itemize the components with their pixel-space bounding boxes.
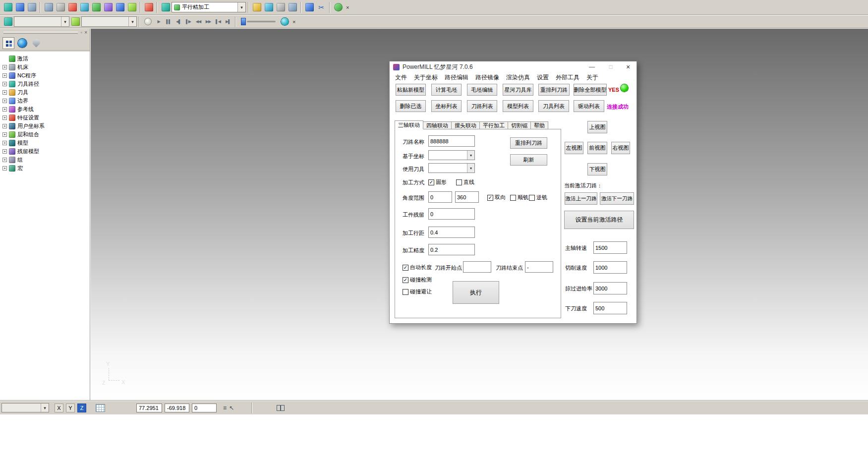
- paste-new-model-button[interactable]: 粘贴新模型: [396, 84, 426, 96]
- tree-item-groups[interactable]: + 组: [0, 156, 90, 164]
- stats-button[interactable]: [263, 1, 275, 13]
- coord-z-input[interactable]: 0: [192, 404, 217, 412]
- expand-icon[interactable]: +: [2, 107, 7, 112]
- tree-item-toolpaths[interactable]: + 刀具路径: [0, 80, 90, 88]
- line-checkbox[interactable]: [456, 179, 462, 185]
- bottom-view-button[interactable]: 下视图: [587, 163, 607, 175]
- toolbar-close-button[interactable]: ×: [344, 4, 351, 10]
- grid-icon[interactable]: [96, 404, 105, 412]
- auto-length-checkbox[interactable]: ✓: [403, 265, 408, 271]
- chevron-down-icon[interactable]: ▾: [61, 17, 69, 26]
- plunge-speed-input[interactable]: 500: [593, 302, 627, 314]
- split-window-icon[interactable]: [277, 405, 285, 411]
- block-edit-button[interactable]: 毛坯编辑: [467, 84, 497, 96]
- tree-item-stock-models[interactable]: + 残留模型: [0, 147, 90, 156]
- conventional-checkbox[interactable]: [529, 195, 535, 201]
- simulate-light-button[interactable]: [142, 16, 154, 28]
- tab-3axis[interactable]: 三轴联动: [395, 120, 423, 129]
- coord-list-button[interactable]: 坐标列表: [431, 100, 462, 112]
- tab-tilt-head[interactable]: 摆头联动: [452, 121, 480, 129]
- menu-render-sim[interactable]: 渲染仿真: [503, 73, 533, 82]
- menu-path-mirror[interactable]: 路径镜像: [472, 73, 503, 82]
- expand-icon[interactable]: +: [2, 116, 7, 120]
- climb-checkbox-row[interactable]: 顺铣: [510, 194, 528, 201]
- front-view-button[interactable]: 前视图: [587, 142, 607, 154]
- chevron-down-icon[interactable]: ▾: [128, 17, 136, 26]
- expand-icon[interactable]: +: [2, 82, 7, 86]
- coord-x-input[interactable]: 77.2951: [136, 404, 162, 412]
- close-icon[interactable]: ×: [621, 61, 636, 72]
- strategy-combo[interactable]: 平行精加工 ▾: [172, 2, 246, 12]
- step-forward-button[interactable]: ▌▶: [183, 17, 193, 27]
- panel-close-button[interactable]: ×: [83, 30, 88, 35]
- tool-select-button[interactable]: [69, 16, 81, 28]
- status-combo[interactable]: ▾: [1, 403, 49, 412]
- binoculars-button[interactable]: [332, 1, 344, 13]
- minimize-button[interactable]: —: [584, 61, 599, 72]
- rewind-button[interactable]: ◀◀: [193, 17, 203, 27]
- start-point-input[interactable]: [463, 261, 491, 273]
- expand-icon[interactable]: +: [2, 65, 7, 69]
- layer-edit-button[interactable]: [126, 1, 138, 13]
- expand-icon[interactable]: +: [2, 90, 7, 95]
- simulation-speed-button[interactable]: [279, 16, 290, 28]
- activate-next-button[interactable]: 激活下一刀路: [600, 192, 634, 205]
- use-tool-combo[interactable]: ▾: [428, 163, 475, 173]
- refresh-button[interactable]: 刷新: [510, 154, 547, 166]
- abacus-button[interactable]: [275, 1, 287, 13]
- speed-slider-track[interactable]: [247, 21, 276, 22]
- tree-item-models[interactable]: + 模型: [0, 139, 90, 147]
- line-checkbox-row[interactable]: 直线: [456, 178, 474, 186]
- rearrange-toolpaths-button[interactable]: 重排列刀路: [538, 84, 570, 96]
- climb-checkbox[interactable]: [510, 195, 516, 201]
- tree-item-workplanes[interactable]: + 用户坐标系: [0, 122, 90, 130]
- x-axis-button[interactable]: X: [55, 404, 63, 412]
- conventional-checkbox-row[interactable]: 逆铣: [529, 194, 547, 201]
- model-list-button[interactable]: 模型列表: [503, 100, 533, 112]
- erase-pen-button[interactable]: [102, 1, 114, 13]
- menu-about[interactable]: 关于: [583, 73, 602, 82]
- slide-button[interactable]: [66, 1, 78, 13]
- rearrange-button[interactable]: 重排列刀路: [510, 137, 547, 149]
- menu-settings[interactable]: 设置: [533, 73, 552, 82]
- tab-parallel[interactable]: 平行加工: [480, 121, 508, 129]
- bidirectional-checkbox-row[interactable]: ✓ 双向: [487, 194, 506, 201]
- delete-all-models-button[interactable]: 删除全部模型: [574, 84, 607, 96]
- draft-pen-button[interactable]: [78, 1, 90, 13]
- tree-item-activate[interactable]: 激活: [0, 55, 90, 63]
- tolerance-input[interactable]: 0.2: [428, 244, 475, 255]
- delete-selected-button[interactable]: 删除已选: [396, 100, 426, 112]
- project-button[interactable]: [2, 1, 14, 13]
- expand-icon[interactable]: +: [2, 166, 7, 171]
- activate-prev-button[interactable]: 激活上一刀路: [565, 192, 597, 205]
- tool-list-button[interactable]: 刀具列表: [538, 100, 569, 112]
- fast-forward-button[interactable]: ▶▶: [203, 17, 213, 27]
- maximize-button[interactable]: □: [603, 61, 618, 72]
- angle-from-input[interactable]: 0: [428, 191, 452, 203]
- menu-coordinates[interactable]: 关于坐标: [410, 73, 441, 82]
- coord-y-input[interactable]: -69.918: [165, 404, 189, 412]
- tools-button[interactable]: [251, 1, 263, 13]
- expand-icon[interactable]: +: [2, 99, 7, 103]
- set-active-path-button[interactable]: 设置当前激活路径: [564, 211, 634, 229]
- angle-to-input[interactable]: 360: [455, 191, 479, 203]
- scissors-button[interactable]: ✂: [315, 1, 327, 13]
- diamond-nav-button[interactable]: [114, 1, 126, 13]
- spindle-speed-input[interactable]: 1500: [593, 241, 627, 254]
- calc-block-button[interactable]: 计算毛坯: [431, 84, 462, 96]
- bidirectional-checkbox[interactable]: ✓: [487, 195, 493, 201]
- chevron-down-icon[interactable]: ▾: [237, 2, 245, 12]
- print-button[interactable]: [26, 1, 38, 13]
- save-button[interactable]: [14, 1, 26, 13]
- go-to-start-button[interactable]: ▌◀: [213, 17, 223, 27]
- tree-item-patterns[interactable]: + 参考线: [0, 105, 90, 114]
- chevron-down-icon[interactable]: ▾: [41, 404, 49, 412]
- circle-checkbox-row[interactable]: ✓ 圆形: [428, 178, 447, 186]
- panel-grip[interactable]: [3, 32, 78, 34]
- expand-icon[interactable]: +: [2, 124, 7, 128]
- toolpath-strategy-button[interactable]: [160, 1, 172, 13]
- explorer-tree-button[interactable]: [2, 37, 14, 49]
- list-icon[interactable]: ≡: [223, 405, 227, 411]
- top-view-button[interactable]: 上视图: [587, 121, 607, 133]
- toolpath-name-input[interactable]: 888888: [428, 135, 475, 147]
